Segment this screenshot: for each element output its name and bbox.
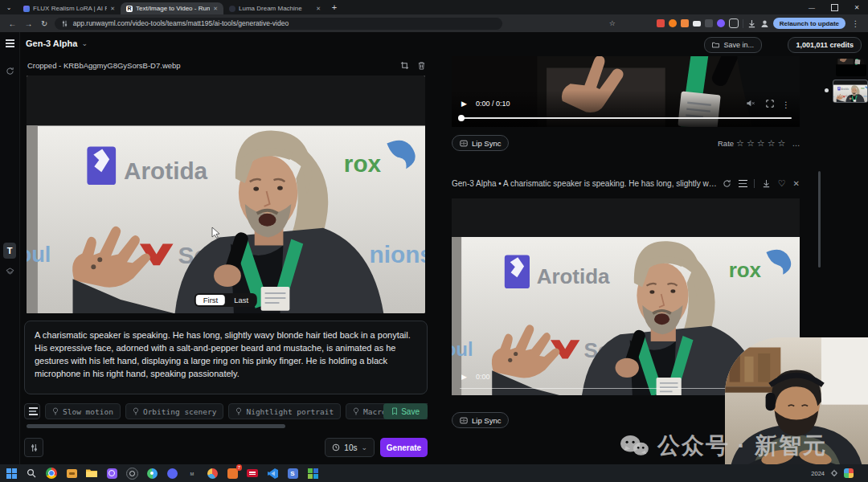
window-close-button[interactable]: ✕ bbox=[845, 0, 868, 14]
dismiss-icon[interactable]: ✕ bbox=[793, 179, 800, 188]
last-frame-button[interactable]: Last bbox=[227, 295, 256, 305]
purple-app-icon[interactable] bbox=[105, 467, 118, 480]
preset-label: Slow motion bbox=[63, 407, 113, 416]
rate-star-icon[interactable]: ☆ bbox=[747, 138, 755, 149]
trash-icon[interactable] bbox=[417, 61, 426, 70]
red-app-icon[interactable] bbox=[246, 467, 259, 480]
lip-sync-button-2[interactable]: Lip Sync bbox=[452, 412, 509, 428]
rerun-icon[interactable] bbox=[723, 179, 731, 188]
extension-icon-red[interactable] bbox=[657, 19, 665, 27]
extension-icon-screenshot[interactable] bbox=[693, 21, 701, 27]
extension-icon-dim[interactable] bbox=[705, 19, 713, 27]
tray-settings-icon[interactable] bbox=[830, 469, 838, 477]
preset-slow-motion[interactable]: Slow motion bbox=[45, 403, 121, 419]
video-1-progress-knob[interactable] bbox=[458, 115, 465, 121]
rate-star-icon[interactable]: ☆ bbox=[768, 138, 776, 149]
pie-app-icon[interactable] bbox=[206, 467, 219, 480]
crop-icon[interactable] bbox=[400, 61, 409, 70]
credits-label: 1,001,011 credits bbox=[796, 41, 854, 49]
relaunch-to-update-button[interactable]: Relaunch to update bbox=[773, 18, 845, 29]
download-icon[interactable] bbox=[762, 179, 771, 188]
video-1-progress-bar[interactable] bbox=[460, 117, 792, 119]
favorite-heart-icon[interactable]: ♡ bbox=[778, 178, 786, 189]
extension-icon-purple[interactable] bbox=[717, 19, 725, 27]
more-options-icon[interactable]: … bbox=[792, 139, 800, 148]
text-tool-button[interactable]: T bbox=[3, 243, 16, 259]
rate-star-icon[interactable]: ☆ bbox=[757, 138, 765, 149]
model-selector[interactable]: Gen-3 Alpha ⌄ bbox=[26, 39, 88, 48]
tab-close-icon[interactable]: ✕ bbox=[110, 6, 115, 12]
preset-list-button[interactable] bbox=[24, 403, 40, 419]
video-menu-kebab-icon[interactable]: ⋮ bbox=[782, 100, 790, 109]
extension-icon-orange-circle[interactable] bbox=[669, 19, 677, 27]
mail-icon[interactable] bbox=[65, 467, 78, 480]
tab-close-icon[interactable]: ✕ bbox=[316, 6, 321, 12]
first-frame-button[interactable]: First bbox=[196, 295, 225, 305]
credits-badge: 1,001,011 credits bbox=[788, 37, 862, 53]
orange-app-icon[interactable]: 7 bbox=[226, 467, 239, 480]
browser-menu-kebab-icon[interactable]: ⋮ bbox=[850, 19, 862, 28]
browser-tab-runway[interactable]: R Text/Image to Video - Runway ✕ bbox=[121, 2, 223, 14]
browser-tab-luma[interactable]: Luma Dream Machine ✕ bbox=[223, 2, 326, 14]
m-app-icon[interactable]: ᴍ bbox=[186, 467, 199, 480]
tab-close-icon[interactable]: ✕ bbox=[213, 6, 218, 12]
reload-icon[interactable]: ↻ bbox=[39, 19, 51, 28]
search-icon[interactable] bbox=[25, 467, 38, 480]
save-in-button[interactable]: Save in... bbox=[704, 37, 762, 53]
browser-tab-flux[interactable]: FLUX Realism LoRA | AI Playgr ✕ bbox=[18, 2, 121, 14]
tab-favicon-runway: R bbox=[126, 6, 133, 12]
generate-button[interactable]: Generate bbox=[380, 438, 428, 457]
settings-sliders-button[interactable] bbox=[24, 438, 43, 457]
preset-nightlight-portrait[interactable]: Nightlight portrait bbox=[228, 403, 341, 419]
new-tab-button[interactable]: + bbox=[326, 0, 342, 14]
session-thumbnail-2[interactable] bbox=[833, 80, 868, 103]
play-icon[interactable]: ▶ bbox=[461, 373, 467, 381]
mute-icon[interactable] bbox=[746, 99, 755, 108]
menu-hamburger-icon[interactable] bbox=[3, 37, 16, 50]
discord-icon[interactable] bbox=[166, 467, 178, 480]
file-explorer-icon[interactable] bbox=[85, 467, 98, 480]
profile-icon[interactable] bbox=[760, 19, 769, 28]
session-thumbnail-1[interactable] bbox=[836, 59, 866, 76]
extensions-puzzle-icon[interactable] bbox=[729, 18, 739, 28]
preset-orbiting-scenery[interactable]: Orbiting scenery bbox=[125, 403, 224, 419]
grid-app-icon[interactable] bbox=[306, 467, 319, 480]
address-bar[interactable]: app.runwayml.com/video-tools/teams/matt1… bbox=[55, 18, 502, 30]
window-maximize-button[interactable] bbox=[823, 0, 845, 14]
lip-sync-button-1[interactable]: Lip Sync bbox=[452, 135, 509, 151]
s-app-icon[interactable]: S bbox=[286, 467, 299, 480]
input-image-preview[interactable]: First Last bbox=[27, 76, 425, 313]
hamburger-bars bbox=[6, 43, 14, 43]
save-in-label: Save in... bbox=[723, 41, 754, 49]
save-preset-button[interactable]: Save bbox=[383, 403, 428, 419]
generate-label: Generate bbox=[387, 443, 421, 452]
horizontal-scrollbar[interactable] bbox=[27, 424, 285, 428]
tab-search-chevron-icon[interactable]: ⌄ bbox=[0, 0, 18, 14]
fullscreen-icon[interactable] bbox=[766, 100, 774, 108]
downloads-icon[interactable] bbox=[747, 19, 756, 28]
prompt-input[interactable]: A charismatic speaker is speaking. He ha… bbox=[24, 321, 428, 394]
lens-app-icon[interactable] bbox=[145, 467, 158, 480]
play-icon[interactable]: ▶ bbox=[461, 100, 467, 108]
extension-icon-orange[interactable] bbox=[681, 19, 689, 27]
chrome-icon[interactable] bbox=[45, 467, 58, 480]
obs-icon[interactable] bbox=[125, 467, 138, 480]
generated-video-1[interactable]: ▶ 0:00 / 0:10 ⋮ bbox=[452, 56, 800, 127]
history-icon[interactable] bbox=[3, 64, 16, 77]
tray-photos-icon[interactable] bbox=[844, 468, 854, 478]
forward-icon[interactable]: → bbox=[23, 19, 35, 28]
extend-icon[interactable] bbox=[739, 183, 747, 184]
rate-star-icon[interactable]: ☆ bbox=[778, 138, 786, 149]
chevron-down-icon: ⌄ bbox=[361, 443, 367, 451]
site-settings-icon[interactable] bbox=[61, 20, 68, 27]
start-button-icon[interactable] bbox=[5, 467, 18, 480]
window-minimize-button[interactable]: — bbox=[800, 0, 823, 14]
bookmark-star-icon[interactable]: ☆ bbox=[606, 19, 618, 27]
tray-clock[interactable]: 2024 bbox=[811, 470, 825, 477]
layers-icon[interactable] bbox=[3, 265, 16, 278]
rate-star-icon[interactable]: ☆ bbox=[736, 138, 744, 149]
back-icon[interactable]: ← bbox=[6, 19, 18, 28]
vertical-scrollbar[interactable] bbox=[818, 171, 821, 268]
duration-button[interactable]: 10s ⌄ bbox=[325, 438, 375, 457]
vscode-icon[interactable] bbox=[266, 467, 279, 480]
